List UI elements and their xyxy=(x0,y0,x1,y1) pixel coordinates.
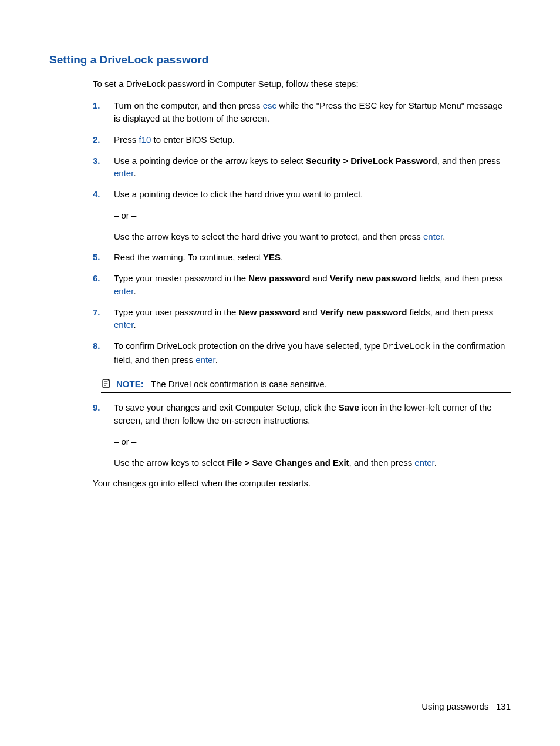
steps-list-cont: 9. To save your changes and exit Compute… xyxy=(93,401,511,469)
step-number: 4. xyxy=(93,188,114,243)
step-number: 8. xyxy=(93,340,114,367)
step-number: 3. xyxy=(93,154,114,180)
closing-text: Your changes go into effect when the com… xyxy=(93,477,511,490)
page-footer: Using passwords 131 xyxy=(421,700,511,713)
step-1: 1. Turn on the computer, and then press … xyxy=(93,99,511,125)
step-text: To confirm DriveLock protection on the d… xyxy=(114,340,511,367)
key-esc: esc xyxy=(263,100,276,110)
step-number: 2. xyxy=(93,133,114,146)
step-6: 6. Type your master password in the New … xyxy=(93,272,511,298)
step-text: Turn on the computer, and then press esc… xyxy=(114,99,511,125)
section-title: Setting a DriveLock password xyxy=(49,52,511,68)
step-5: 5. Read the warning. To continue, select… xyxy=(93,251,511,264)
step-text: Type your master password in the New pas… xyxy=(114,272,511,298)
note-box: NOTE: The DriveLock confirmation is case… xyxy=(101,375,511,394)
step-number: 6. xyxy=(93,272,114,298)
step-text: Use a pointing device to click the hard … xyxy=(114,188,511,201)
step-text: Use the arrow keys to select File > Save… xyxy=(114,456,511,469)
step-text: To save your changes and exit Computer S… xyxy=(114,401,511,427)
footer-page: 131 xyxy=(496,701,511,711)
footer-section: Using passwords xyxy=(421,701,488,711)
step-text: Use the arrow keys to select the hard dr… xyxy=(114,230,511,243)
key-enter: enter xyxy=(414,458,434,468)
step-7: 7. Type your user password in the New pa… xyxy=(93,306,511,332)
key-enter: enter xyxy=(114,320,133,330)
step-3: 3. Use a pointing device or the arrow ke… xyxy=(93,154,511,180)
intro-text: To set a DriveLock password in Computer … xyxy=(93,78,511,90)
mono-drivelock: DriveLock xyxy=(383,342,431,352)
note-content: NOTE: The DriveLock confirmation is case… xyxy=(116,378,327,391)
step-8: 8. To confirm DriveLock protection on th… xyxy=(93,340,511,367)
step-text: Press f10 to enter BIOS Setup. xyxy=(114,133,511,146)
step-text: Type your user password in the New passw… xyxy=(114,306,511,332)
step-number: 9. xyxy=(93,401,114,469)
step-text: Read the warning. To continue, select YE… xyxy=(114,251,511,264)
or-divider: – or – xyxy=(114,435,511,448)
key-enter: enter xyxy=(114,168,133,178)
key-enter: enter xyxy=(423,231,443,241)
note-text: The DriveLock confirmation is case sensi… xyxy=(151,379,327,389)
step-number: 5. xyxy=(93,251,114,264)
step-number: 7. xyxy=(93,306,114,332)
note-icon xyxy=(101,378,112,389)
step-text: Use a pointing device or the arrow keys … xyxy=(114,154,511,180)
step-2: 2. Press f10 to enter BIOS Setup. xyxy=(93,133,511,146)
steps-list: 1. Turn on the computer, and then press … xyxy=(93,99,511,366)
key-enter: enter xyxy=(114,286,133,296)
step-number: 1. xyxy=(93,99,114,125)
key-f10: f10 xyxy=(139,135,151,145)
step-4: 4. Use a pointing device to click the ha… xyxy=(93,188,511,243)
note-label: NOTE: xyxy=(116,379,144,389)
or-divider: – or – xyxy=(114,209,511,222)
key-enter: enter xyxy=(195,355,215,365)
step-9: 9. To save your changes and exit Compute… xyxy=(93,401,511,469)
